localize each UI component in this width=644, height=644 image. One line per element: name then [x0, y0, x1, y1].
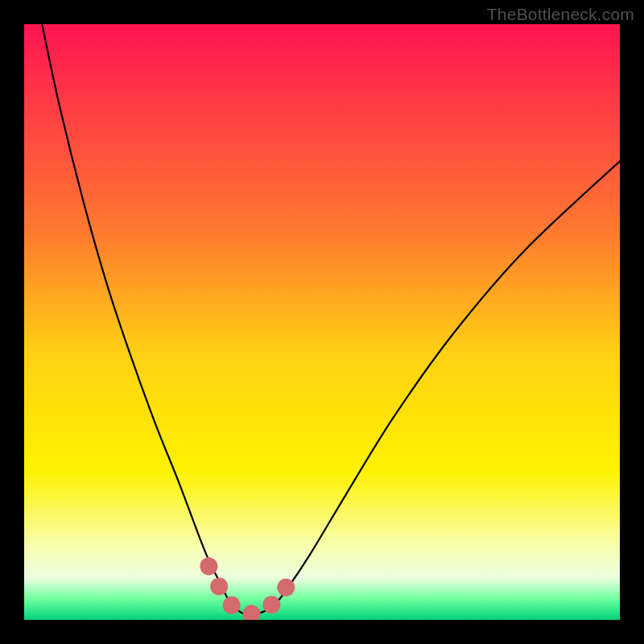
chart-frame — [24, 24, 620, 620]
highlighted-region — [208, 566, 298, 613]
bottleneck-curve — [42, 24, 620, 614]
bottleneck-chart — [24, 24, 620, 620]
attribution-text: TheBottleneck.com — [487, 5, 634, 24]
